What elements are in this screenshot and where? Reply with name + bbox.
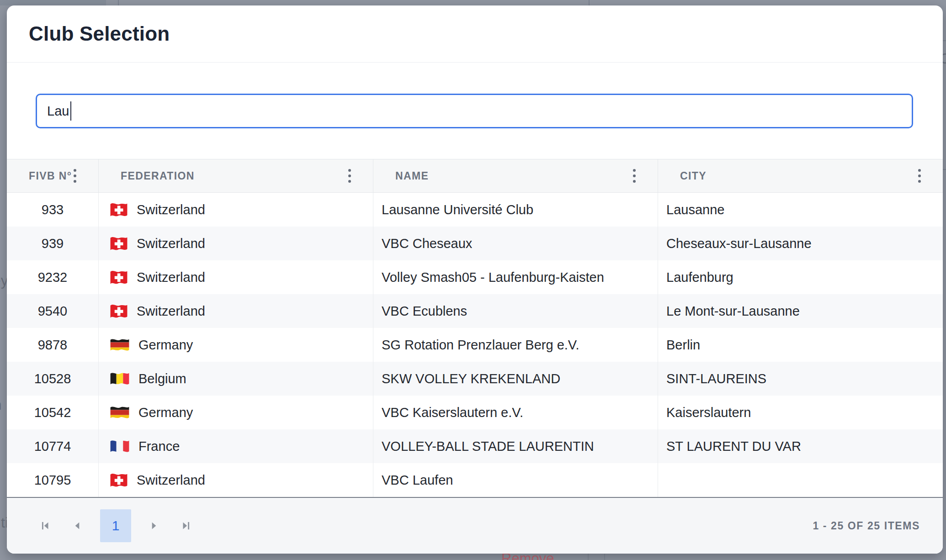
federation-label: Switzerland [137,304,205,319]
federation-label: Belgium [138,371,186,386]
background-divider [118,0,119,5]
search-input[interactable] [36,94,913,128]
name-cell: VBC Kaiserslautern e.V. [373,396,658,429]
name-cell: SG Rotation Prenzlauer Berg e.V. [373,328,658,362]
column-header-city[interactable]: CITY [658,159,943,192]
switzerland-flag-icon [110,268,128,286]
federation-cell: Belgium [99,362,373,396]
federation-label: Switzerland [137,473,205,488]
federation-label: Germany [138,338,193,353]
city-cell [658,463,943,497]
column-label: CITY [680,170,707,182]
table-row[interactable]: 9878GermanySG Rotation Prenzlauer Berg e… [7,328,943,362]
table-row[interactable]: 10528BelgiumSKW VOLLEY KREKENLANDSINT-LA… [7,362,943,396]
city-cell: Kaiserslautern [658,396,943,429]
fivb-no-cell: 10528 [7,362,99,396]
france-flag-icon [110,438,130,454]
text-cursor [70,101,71,121]
name-cell: VBC Laufen [373,463,658,497]
switzerland-flag-icon [110,234,128,253]
kebab-menu-icon[interactable] [347,167,352,185]
name-cell: VBC Cheseaux [373,227,658,260]
name-cell: VBC Ecublens [373,294,658,328]
federation-cell: Switzerland [99,227,373,260]
kebab-menu-icon[interactable] [73,167,77,185]
fivb-no-cell: 939 [7,227,99,260]
table-row[interactable]: 10774FranceVOLLEY-BALL STADE LAURENTINST… [7,429,943,463]
table-row[interactable]: 933SwitzerlandLausanne Université ClubLa… [7,193,943,227]
city-cell: Le Mont-sur-Lausanne [658,294,943,328]
table-header-row: FIVB N° FEDERATION NAME CITY [7,159,943,193]
federation-cell: Germany [99,396,373,429]
pagination-bar: 1 1 - 25 OF 25 ITEMS [7,497,943,554]
next-page-button[interactable] [145,515,163,537]
next-page-icon [148,520,160,532]
table-row[interactable]: 10542GermanyVBC Kaiserslautern e.V.Kaise… [7,396,943,429]
last-page-button[interactable] [177,515,195,537]
name-cell: VOLLEY-BALL STADE LAURENTIN [373,429,658,463]
search-field-wrap [36,94,913,128]
belgium-flag-icon [110,371,130,386]
federation-cell: France [99,429,373,463]
background-text-fragment: n [0,396,2,413]
germany-flag-icon [110,337,130,353]
first-page-button[interactable] [36,515,54,537]
background-tab-fragment [0,0,106,5]
fivb-no-cell: 10795 [7,463,99,497]
items-range-label: 1 - 25 OF 25 ITEMS [813,520,920,532]
background-divider [604,554,605,560]
fivb-no-cell: 10774 [7,429,99,463]
federation-label: France [138,439,180,454]
clubs-table: FIVB N° FEDERATION NAME CITY 933Switzerl… [7,159,943,497]
city-cell: Cheseaux-sur-Lausanne [658,227,943,260]
column-label: FEDERATION [121,170,195,182]
page-1-button[interactable]: 1 [100,509,131,542]
fivb-no-cell: 933 [7,193,99,227]
fivb-no-cell: 9878 [7,328,99,362]
name-cell: SKW VOLLEY KREKENLAND [373,362,658,396]
dialog-title: Club Selection [29,22,170,45]
switzerland-flag-icon [110,201,128,219]
table-body: 933SwitzerlandLausanne Université ClubLa… [7,193,943,497]
last-page-icon [180,520,192,532]
city-cell: Laufenburg [658,260,943,294]
previous-page-button[interactable] [68,515,86,537]
column-header-name[interactable]: NAME [373,159,658,192]
kebab-menu-icon[interactable] [917,167,922,185]
city-cell: Lausanne [658,193,943,227]
kebab-menu-icon[interactable] [632,167,637,185]
table-row[interactable]: 10795SwitzerlandVBC Laufen [7,463,943,497]
federation-label: Germany [138,405,193,420]
federation-cell: Germany [99,328,373,362]
table-row[interactable]: 9232SwitzerlandVolley Smash05 - Laufenbu… [7,260,943,294]
club-selection-dialog: Club Selection FIVB N° FEDERATION NAME [7,5,943,554]
background-divider [589,0,590,5]
switzerland-flag-icon [110,302,128,320]
background-divider [588,554,589,560]
federation-cell: Switzerland [99,463,373,497]
federation-label: Switzerland [137,202,205,217]
screen: ey n ti C Remove Club Selection FIVB N° … [0,0,946,560]
name-cell: Lausanne Université Club [373,193,658,227]
federation-cell: Switzerland [99,260,373,294]
federation-cell: Switzerland [99,294,373,328]
switzerland-flag-icon [110,471,128,489]
column-label: NAME [395,170,429,182]
federation-label: Switzerland [137,270,205,285]
column-header-federation[interactable]: FEDERATION [99,159,373,192]
federation-cell: Switzerland [99,193,373,227]
germany-flag-icon [110,405,130,420]
fivb-no-cell: 10542 [7,396,99,429]
city-cell: SINT-LAUREINS [658,362,943,396]
name-cell: Volley Smash05 - Laufenburg-Kaisten [373,260,658,294]
previous-page-icon [71,520,83,532]
column-header-fivb-no[interactable]: FIVB N° [7,159,99,192]
dialog-header: Club Selection [7,5,943,63]
federation-label: Switzerland [137,236,205,251]
table-row[interactable]: 939SwitzerlandVBC CheseauxCheseaux-sur-L… [7,227,943,260]
fivb-no-cell: 9232 [7,260,99,294]
column-label: FIVB N° [29,170,72,182]
first-page-icon [39,520,51,532]
city-cell: Berlin [658,328,943,362]
table-row[interactable]: 9540SwitzerlandVBC EcublensLe Mont-sur-L… [7,294,943,328]
